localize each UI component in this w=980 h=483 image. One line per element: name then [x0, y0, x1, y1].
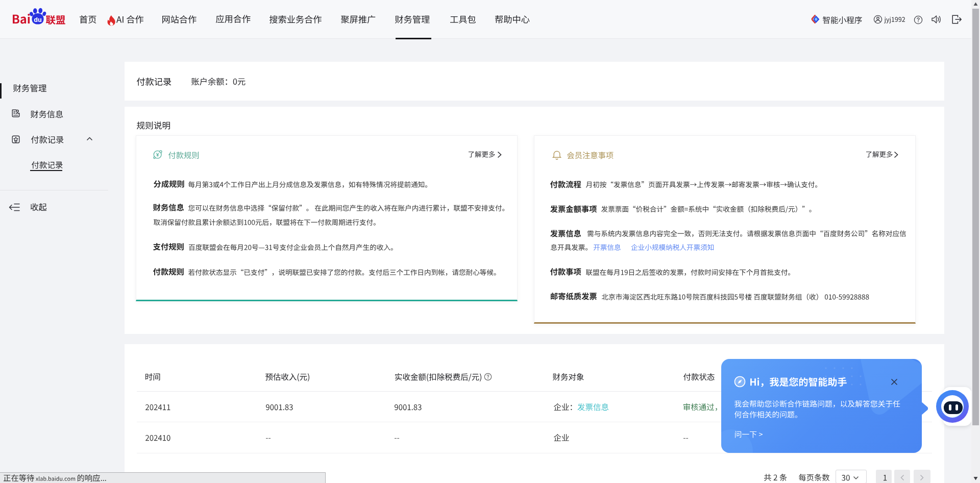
svg-text:du: du	[34, 16, 41, 23]
